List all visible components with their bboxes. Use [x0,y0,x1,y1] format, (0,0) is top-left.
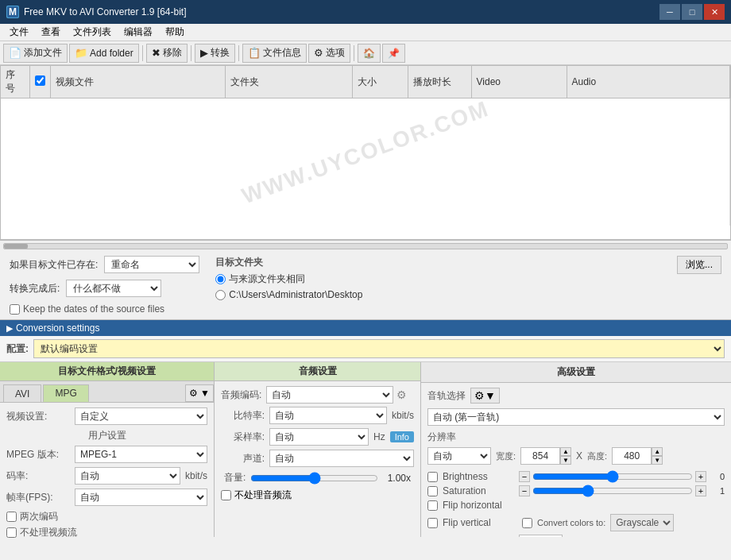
format-tabs: AVI MPG ⚙ ▼ [0,381,214,403]
convert-colors-select[interactable]: Grayscale [610,514,674,531]
rotation-select[interactable]: 180 90 270 [519,535,563,537]
convert-button[interactable]: ▶ 转换 [195,44,235,63]
menu-view[interactable]: 查看 [35,24,67,41]
saturation-row: Saturation − + 1 [427,485,725,496]
left-settings: 视频设置: 自定义 用户设置 MPEG 版本: MPEG-1 码率: 自动 kb… [0,403,214,544]
codec-select[interactable]: 自动 [266,386,393,404]
audio-sample-select[interactable]: 自动 [269,428,369,446]
flip-v-checkbox[interactable] [427,518,438,528]
no-video-label: 不处理视频流 [20,526,77,539]
pin-button[interactable]: 📌 [382,44,405,63]
menu-filelist[interactable]: 文件列表 [67,24,118,41]
col-check [29,66,50,98]
track-label: 音轨选择 [427,389,466,403]
col-size: 大小 [352,66,408,98]
bitrate-label: 码率: [6,469,70,483]
select-all-checkbox[interactable] [35,75,45,86]
if-exists-select[interactable]: 重命名 [104,256,199,273]
audio-codec-row: 音频编码: 自动 ⚙ [221,386,414,404]
audio-gear-icon[interactable]: ⚙ [396,388,407,401]
res-width-label: 宽度: [496,450,516,462]
no-video-checkbox[interactable] [6,527,17,538]
after-convert-select[interactable]: 什么都不做 [66,280,161,297]
app-icon: M [6,6,19,18]
bitrate-select[interactable]: 自动 [75,467,180,485]
menu-file[interactable]: 文件 [3,24,35,41]
tab-avi[interactable]: AVI [3,384,41,402]
brightness-minus[interactable]: − [519,471,530,482]
after-convert-row: 转换完成后: 什么都不做 [10,280,199,297]
res-width-down[interactable]: ▼ [560,456,571,465]
options-button[interactable]: ⚙ 选项 [308,44,350,63]
add-file-button[interactable]: 📄 添加文件 [3,44,68,63]
audio-bitrate-unit: kbit/s [392,410,414,421]
horizontal-scrollbar[interactable] [0,240,731,251]
audio-channel-select[interactable]: 自动 [269,450,414,467]
brightness-slider[interactable] [532,471,693,482]
res-row: 自动 宽度: 854 ▲ ▼ X 高度: 480 ▲ ▼ [427,447,725,465]
file-info-button[interactable]: 📋 文件信息 [242,44,307,63]
no-audio-checkbox[interactable] [221,490,231,500]
mid-panel: 音频设置 音频编码: 自动 ⚙ 比特率: 自动 kbit/s 采样率: [215,362,421,537]
dest-same-source-row: 与来源文件夹相同 [215,272,661,286]
fps-select[interactable]: 自动 [75,489,207,506]
maximize-button[interactable]: □ [682,4,702,20]
res-height-input[interactable]: 480 [612,447,652,465]
scrollbar-track[interactable] [3,243,728,249]
bitrate-row: 码率: 自动 kbit/s [6,467,207,485]
volume-row: 音量: 1.00x [221,471,414,485]
res-width-up[interactable]: ▲ [560,447,571,456]
title-bar: M Free MKV to AVI Converter 1.9 [64-bit]… [0,0,731,24]
keep-dates-checkbox[interactable] [10,304,20,315]
home-button[interactable]: 🏠 [358,44,381,63]
brightness-plus[interactable]: + [695,471,706,482]
minimize-button[interactable]: ─ [659,4,680,20]
right-panel: 高级设置 音轨选择 ⚙▼ 自动 (第一音轨) 分辨率 自动 宽度: 854 [421,362,731,537]
flip-h-checkbox[interactable] [427,500,438,511]
close-button[interactable]: ✕ [704,4,725,20]
menu-editor[interactable]: 编辑器 [118,24,159,41]
audio-bitrate-select[interactable]: 自动 [269,407,387,424]
col-video: 视频文件 [50,66,225,98]
two-pass-label: 两次编码 [20,510,58,523]
flip-h-label: Flip horizontal [443,500,514,511]
info-button[interactable]: Info [390,431,414,442]
scrollbar-thumb[interactable] [4,244,28,249]
format-gear-button[interactable]: ⚙ ▼ [185,384,214,402]
menu-help[interactable]: 帮助 [159,24,191,41]
saturation-value: 1 [709,486,725,496]
mpeg-select[interactable]: MPEG-1 [75,446,207,463]
track-gear-button[interactable]: ⚙▼ [470,388,500,404]
video-setting-select[interactable]: 自定义 [75,407,207,425]
res-height-down[interactable]: ▼ [652,456,663,465]
saturation-slider[interactable] [532,485,693,496]
res-label: 分辨率 [427,431,725,444]
volume-label: 音量: [224,471,246,485]
saturation-checkbox[interactable] [427,486,438,496]
res-width-input[interactable]: 854 [520,447,560,465]
res-height-up[interactable]: ▲ [652,447,663,456]
tab-mpg[interactable]: MPG [43,384,88,402]
volume-slider[interactable] [250,473,378,484]
brightness-checkbox[interactable] [427,472,438,482]
res-height-label: 高度: [587,450,607,462]
track-select[interactable]: 自动 (第一音轨) [427,408,725,426]
if-exists-label: 如果目标文件已存在: [10,258,98,272]
config-select[interactable]: 默认编码设置 [33,339,725,358]
mpeg-label: MPEG 版本: [6,448,70,462]
dest-path-radio[interactable] [215,290,226,300]
browse-button[interactable]: 浏览... [677,256,721,274]
remove-button[interactable]: ✖ 移除 [146,44,188,63]
convert-colors-checkbox[interactable] [522,518,532,528]
two-pass-checkbox[interactable] [6,512,17,522]
keep-dates-row: Keep the dates of the source files [10,303,199,315]
col-duration: 播放时长 [408,66,471,98]
saturation-minus[interactable]: − [519,485,530,496]
add-folder-button[interactable]: 📁 Add folder [69,44,139,63]
saturation-plus[interactable]: + [695,485,706,496]
convert-colors-row: Convert colors to: Grayscale [522,514,725,531]
res-select[interactable]: 自动 [427,447,491,465]
dest-same-source-radio[interactable] [215,274,226,284]
conv-header-label: Conversion settings [16,322,99,334]
file-table: 序号 视频文件 文件夹 大小 播放时长 Video Audio [1,66,730,226]
